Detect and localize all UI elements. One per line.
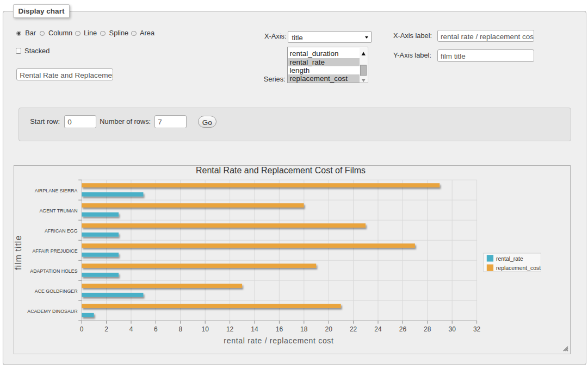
svg-text:rental rate / replacement cost: rental rate / replacement cost [224,336,333,345]
svg-text:film title: film title [14,235,23,270]
svg-text:replacement_cost: replacement_cost [496,265,541,271]
svg-text:6: 6 [154,325,158,333]
svg-text:AFRICAN EGG: AFRICAN EGG [45,228,78,234]
svg-text:AIRPLANE SIERRA: AIRPLANE SIERRA [35,188,78,193]
svg-text:26: 26 [399,325,407,333]
svg-text:4: 4 [129,325,133,333]
svg-text:ACE GOLDFINGER: ACE GOLDFINGER [35,289,78,294]
svg-text:14: 14 [251,325,258,333]
svg-text:10: 10 [202,325,209,333]
svg-text:Rental Rate and Replacement Co: Rental Rate and Replacement Cost of Film… [196,166,366,175]
svg-text:ADAPTATION HOLES: ADAPTATION HOLES [30,268,77,274]
svg-text:AGENT TRUMAN: AGENT TRUMAN [39,208,77,214]
svg-text:16: 16 [276,325,283,333]
svg-text:0: 0 [80,325,84,333]
svg-text:12: 12 [226,325,234,333]
svg-text:24: 24 [374,325,382,333]
svg-text:30: 30 [449,325,456,333]
svg-text:2: 2 [104,325,108,333]
svg-text:ACADEMY DINOSAUR: ACADEMY DINOSAUR [27,309,77,314]
svg-text:20: 20 [325,325,333,333]
svg-text:18: 18 [300,325,308,333]
svg-text:22: 22 [350,325,357,333]
svg-text:8: 8 [178,325,182,333]
svg-text:32: 32 [473,325,481,333]
svg-text:rental_rate: rental_rate [496,256,523,262]
svg-text:AFFAIR PREJUDICE: AFFAIR PREJUDICE [32,248,77,254]
svg-text:28: 28 [424,325,431,333]
